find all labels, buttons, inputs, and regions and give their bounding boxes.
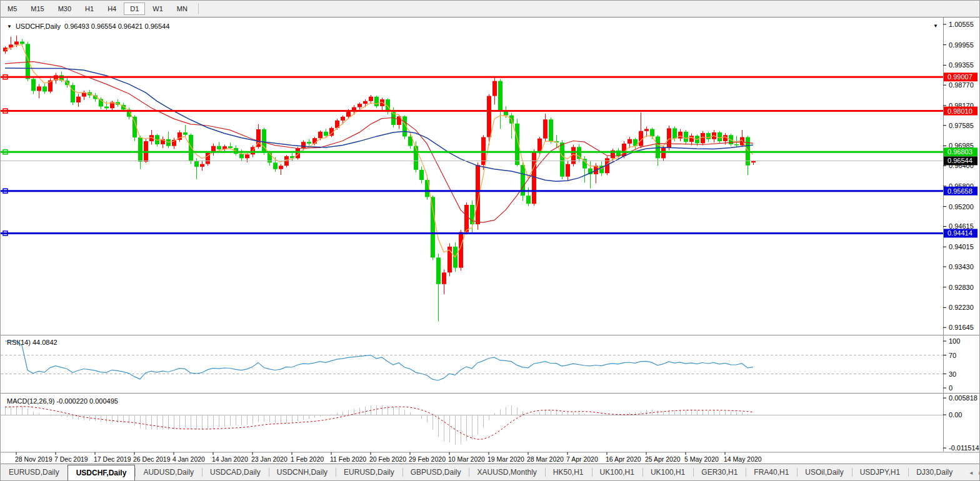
svg-text:14 Jan 2020: 14 Jan 2020 xyxy=(212,455,248,463)
svg-text:17 Dec 2019: 17 Dec 2019 xyxy=(94,455,131,463)
mt4-window: M5M15M30H1H4D1W1MN 1.005550.999550.99355… xyxy=(0,0,980,481)
timeframe-toolbar: M5M15M30H1H4D1W1MN xyxy=(1,1,980,17)
chart-tab-dj30-daily[interactable]: DJ30,Daily xyxy=(908,464,961,480)
svg-text:0.99007: 0.99007 xyxy=(948,73,972,81)
toolbar-separator xyxy=(198,3,199,14)
chart-tab-xauusd-monthly[interactable]: XAUUSD,Monthly xyxy=(469,464,544,480)
chart-tab-usdcad-daily[interactable]: USDCAD,Daily xyxy=(202,464,269,480)
timeframe-button-m5[interactable]: M5 xyxy=(1,2,23,15)
svg-text:70: 70 xyxy=(949,352,956,359)
svg-text:14 May 2020: 14 May 2020 xyxy=(724,455,762,463)
svg-text:0.005818: 0.005818 xyxy=(949,394,978,402)
svg-text:26 Dec 2019: 26 Dec 2019 xyxy=(133,455,171,463)
svg-text:0.92230: 0.92230 xyxy=(949,304,974,311)
svg-text:30: 30 xyxy=(949,370,956,378)
svg-text:100: 100 xyxy=(949,337,960,345)
chart-tab-usdjpy-h1[interactable]: USDJPY,H1 xyxy=(852,464,908,480)
timeframe-button-m15[interactable]: M15 xyxy=(24,2,50,15)
svg-text:25 Apr 2020: 25 Apr 2020 xyxy=(645,455,681,463)
price-tag: 0.94414 xyxy=(944,229,978,237)
svg-text:0.00: 0.00 xyxy=(949,411,962,419)
price-tag: 0.96803 xyxy=(944,147,978,156)
chart-ohlc-values: 0.96493 0.96554 0.96421 0.96544 xyxy=(64,22,169,30)
chart-tab-uk100-h1[interactable]: UK100,H1 xyxy=(642,464,693,480)
price-chart[interactable]: 1.005550.999550.993550.987700.981700.975… xyxy=(1,17,980,466)
svg-text:4 Jan 2020: 4 Jan 2020 xyxy=(172,455,205,463)
chart-tab-eurusd-daily[interactable]: EURUSD,Daily xyxy=(1,464,68,480)
svg-text:19 Mar 2020: 19 Mar 2020 xyxy=(488,455,524,463)
svg-text:16 Apr 2020: 16 Apr 2020 xyxy=(606,455,641,463)
svg-text:0.98010: 0.98010 xyxy=(948,107,972,115)
svg-text:0: 0 xyxy=(949,384,952,392)
svg-text:1.00555: 1.00555 xyxy=(949,21,974,28)
chart-tab-audusd-daily[interactable]: AUDUSD,Daily xyxy=(135,464,202,480)
timeframe-button-h1[interactable]: H1 xyxy=(79,2,100,15)
tabs-scroll-left-icon[interactable]: ◂ xyxy=(969,469,972,476)
svg-text:0.99955: 0.99955 xyxy=(949,41,974,49)
svg-text:10 Mar 2020: 10 Mar 2020 xyxy=(448,455,485,463)
timeframe-button-mn[interactable]: MN xyxy=(171,2,194,15)
svg-text:0.95658: 0.95658 xyxy=(948,187,972,195)
svg-text:20 Feb 2020: 20 Feb 2020 xyxy=(369,455,406,463)
chart-title: ▼ USDCHF,Daily 0.96493 0.96554 0.96421 0… xyxy=(7,22,169,30)
timeframe-button-d1[interactable]: D1 xyxy=(124,2,145,15)
chart-tab-bar: EURUSD,DailyUSDCHF,DailyAUDUSD,DailyUSDC… xyxy=(1,464,980,480)
svg-text:0.96544: 0.96544 xyxy=(948,157,972,164)
macd-indicator-label: MACD(12,26,9) -0.000220 0.000495 xyxy=(7,397,118,405)
svg-text:0.94015: 0.94015 xyxy=(949,243,974,250)
svg-text:0.95200: 0.95200 xyxy=(949,203,974,211)
chart-tab-fra40-h1[interactable]: FRA40,H1 xyxy=(746,464,797,480)
svg-text:28 Nov 2019: 28 Nov 2019 xyxy=(15,455,52,463)
svg-text:0.92830: 0.92830 xyxy=(949,284,974,291)
svg-text:0.97585: 0.97585 xyxy=(949,122,974,129)
timeframe-button-h4[interactable]: H4 xyxy=(101,2,122,15)
chart-tab-eurusd-daily[interactable]: EURUSD,Daily xyxy=(336,464,402,480)
svg-text:0.98770: 0.98770 xyxy=(949,81,974,89)
chart-tab-hk50-h1[interactable]: HK50,H1 xyxy=(545,464,592,480)
svg-text:0.93430: 0.93430 xyxy=(949,263,974,270)
price-tag: 0.99007 xyxy=(944,72,978,81)
svg-text:1 Feb 2020: 1 Feb 2020 xyxy=(291,455,324,463)
svg-text:0.99355: 0.99355 xyxy=(949,61,974,69)
svg-text:0.91645: 0.91645 xyxy=(949,324,974,331)
chart-tab-uk100-h1[interactable]: UK100,H1 xyxy=(592,464,642,480)
chart-symbol-label: USDCHF,Daily xyxy=(16,22,61,30)
price-tag: 0.98010 xyxy=(944,107,978,116)
chart-background xyxy=(1,17,980,466)
svg-text:28 Mar 2020: 28 Mar 2020 xyxy=(527,455,564,463)
svg-text:-0.011514: -0.011514 xyxy=(949,444,979,452)
chart-window[interactable]: 1.005550.999550.993550.987700.981700.975… xyxy=(1,17,980,466)
chart-tab-usdchf-daily[interactable]: USDCHF,Daily xyxy=(68,465,136,480)
symbol-dropdown-icon[interactable]: ▼ xyxy=(7,24,12,29)
svg-text:0.96803: 0.96803 xyxy=(948,148,972,156)
chart-tab-usoil-daily[interactable]: USOil,Daily xyxy=(797,464,851,480)
svg-text:0.94414: 0.94414 xyxy=(948,229,972,237)
svg-text:7 Apr 2020: 7 Apr 2020 xyxy=(566,455,598,463)
price-tag: 0.96544 xyxy=(944,156,978,165)
svg-text:5 May 2020: 5 May 2020 xyxy=(684,455,719,463)
chart-shift-icon[interactable]: ▼ xyxy=(933,23,938,29)
chart-tab-gbpusd-daily[interactable]: GBPUSD,Daily xyxy=(402,464,469,480)
chart-tab-usdcnh-daily[interactable]: USDCNH,Daily xyxy=(269,464,336,480)
chart-tab-ger30-h1[interactable]: GER30,H1 xyxy=(693,464,746,480)
svg-text:23 Jan 2020: 23 Jan 2020 xyxy=(251,455,288,463)
rsi-indicator-label: RSI(14) 44.0842 xyxy=(7,339,58,346)
svg-text:29 Feb 2020: 29 Feb 2020 xyxy=(409,455,446,463)
svg-text:11 Feb 2020: 11 Feb 2020 xyxy=(330,455,366,463)
timeframe-button-m30[interactable]: M30 xyxy=(52,2,78,15)
timeframe-button-w1[interactable]: W1 xyxy=(146,2,169,15)
price-tag: 0.95658 xyxy=(944,187,978,196)
svg-text:7 Dec 2019: 7 Dec 2019 xyxy=(54,455,88,463)
